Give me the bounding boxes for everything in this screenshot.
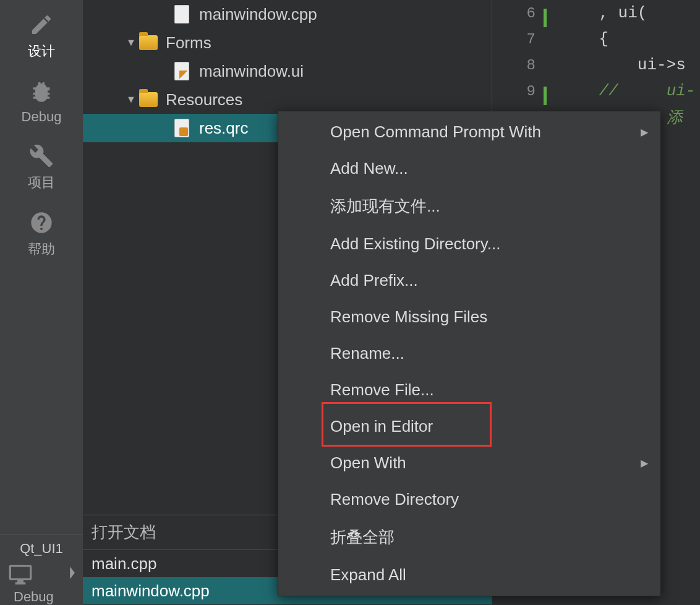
mode-label: 设计 [28,42,55,61]
build-mode-label: Debug [0,589,54,605]
mode-help[interactable]: 帮助 [0,198,83,265]
context-menu-item[interactable]: Open in Editor [278,408,660,445]
wrench-icon [28,142,55,169]
tree-item-label: Forms [166,33,211,53]
tree-item-label: mainwindow.cpp [199,5,317,24]
ui-file-icon [172,61,192,81]
code-line: 7 { [492,26,700,52]
mode-label: Debug [22,109,62,125]
expand-arrow-icon[interactable] [124,94,139,105]
line-number: 9 [492,83,548,100]
context-menu-item[interactable]: Expand All [278,557,660,593]
chevron-right-icon [68,567,77,581]
context-menu-item[interactable]: Rename... [278,335,660,372]
context-menu-item[interactable]: Add New... [278,150,660,187]
code-line: 8 ui->s [492,52,700,78]
tree-item[interactable]: Resources [83,85,492,114]
kit-name: Qt_UI1 [20,538,63,559]
code-line: 9 // ui- [492,78,700,104]
code-text: { [548,30,608,48]
monitor-icon [5,559,36,589]
tree-item[interactable]: Forms [83,28,492,57]
tree-item-label: mainwindow.ui [199,62,304,81]
folder-icon [139,90,158,109]
code-text: // ui- [548,82,695,100]
folder-icon [139,33,158,53]
tree-item-label: res.qrc [199,119,248,138]
context-menu-item[interactable]: 添加现有文件... [278,187,660,226]
mode-label: 项目 [28,173,55,192]
help-icon [28,209,55,236]
qrc-file-icon [172,118,192,138]
mode-debug[interactable]: Debug [0,67,83,131]
context-menu: Open Command Prompt WithAdd New...添加现有文件… [278,111,661,596]
mode-sidebar: 设计 Debug 项目 帮助 Qt_UI1 Debug [0,0,83,605]
cpp-file-icon [172,4,192,24]
tree-item[interactable]: mainwindow.cpp [83,0,492,28]
context-menu-item[interactable]: 折叠全部 [278,518,660,557]
context-menu-item[interactable]: Remove Directory [278,481,660,518]
mode-project[interactable]: 项目 [0,131,83,198]
kit-selector[interactable]: Qt_UI1 Debug [0,534,83,605]
tree-item-label: Resources [166,90,242,109]
bug-icon [28,78,55,105]
context-menu-item[interactable]: Open With [278,445,660,481]
line-number: 8 [492,57,548,74]
code-text: , ui( [548,4,647,22]
expand-arrow-icon[interactable] [124,37,139,48]
code-line: 6 , ui( [492,0,700,26]
code-text: ui->s [548,56,686,74]
context-menu-item[interactable]: Add Existing Directory... [278,226,660,262]
context-menu-item[interactable]: Add Prefix... [278,262,660,299]
pencil-icon [28,11,55,38]
mode-label: 帮助 [28,240,55,259]
context-menu-item[interactable]: Open Command Prompt With [278,114,660,150]
tree-item[interactable]: mainwindow.ui [83,57,492,85]
context-menu-item[interactable]: Remove File... [278,372,660,408]
line-number: 7 [492,31,548,48]
line-number: 6 [492,5,548,22]
context-menu-item[interactable]: Remove Missing Files [278,299,660,335]
mode-design[interactable]: 设计 [0,0,83,67]
